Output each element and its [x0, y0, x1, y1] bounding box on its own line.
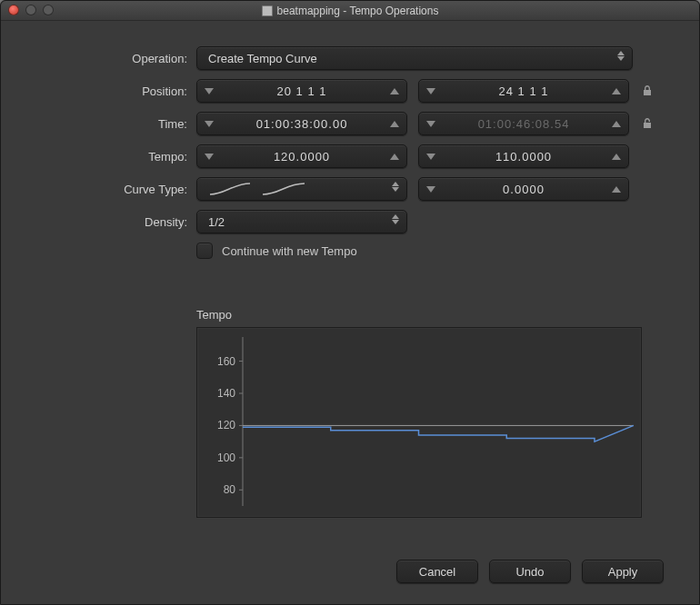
tempo-left-field[interactable]: 120.0000 [196, 144, 407, 168]
position-label: Position: [37, 84, 196, 98]
svg-text:120: 120 [217, 419, 235, 431]
curve-type-select[interactable] [196, 177, 407, 201]
tempo-right-value: 110.0000 [435, 150, 612, 164]
tempo-chart: Tempo 80100120140160 [196, 308, 642, 518]
svg-text:80: 80 [224, 483, 236, 496]
cancel-button[interactable]: Cancel [396, 560, 478, 583]
position-left-field[interactable]: 20 1 1 1 [196, 79, 407, 103]
position-lock-icon[interactable] [640, 84, 655, 98]
traffic-lights [8, 5, 54, 15]
dropdown-arrows-icon [390, 182, 401, 192]
close-window-button[interactable] [8, 5, 19, 15]
position-right-value: 24 1 1 1 [435, 84, 612, 98]
minimize-window-button[interactable] [25, 5, 36, 15]
density-label: Density: [37, 215, 196, 229]
position-left-value: 20 1 1 1 [214, 84, 390, 98]
tempo-label: Tempo: [37, 150, 196, 164]
time-left-value: 01:00:38:00.00 [214, 117, 390, 131]
window-title: beatmapping - Tempo Operations [1, 5, 699, 17]
curve-amount-field[interactable]: 0.0000 [418, 177, 629, 201]
stepper-up-icon[interactable] [390, 154, 399, 160]
time-label: Time: [37, 117, 196, 131]
window: beatmapping - Tempo Operations Operation… [0, 0, 700, 605]
position-right-field[interactable]: 24 1 1 1 [418, 79, 629, 103]
time-right-field[interactable]: 01:00:46:08.54 [418, 112, 629, 135]
svg-text:160: 160 [217, 355, 235, 368]
continue-tempo-label: Continue with new Tempo [222, 244, 357, 258]
apply-button[interactable]: Apply [582, 560, 664, 583]
time-lock-icon[interactable] [640, 116, 655, 131]
stepper-up-icon[interactable] [612, 121, 621, 127]
dropdown-arrows-icon [390, 214, 401, 224]
stepper-up-icon[interactable] [612, 88, 621, 94]
window-title-text: beatmapping - Tempo Operations [277, 5, 439, 17]
operation-select-value: Create Tempo Curve [208, 52, 317, 65]
undo-button[interactable]: Undo [489, 560, 571, 583]
stepper-down-icon[interactable] [205, 121, 214, 127]
time-left-field[interactable]: 01:00:38:00.00 [196, 112, 407, 135]
stepper-down-icon[interactable] [426, 154, 435, 160]
dialog-buttons: Cancel Undo Apply [396, 560, 664, 583]
stepper-down-icon[interactable] [426, 186, 435, 193]
operation-label: Operation: [37, 52, 196, 65]
tempo-right-field[interactable]: 110.0000 [418, 144, 629, 168]
stepper-up-icon[interactable] [390, 121, 399, 127]
svg-text:140: 140 [217, 387, 235, 400]
time-right-value: 01:00:46:08.54 [435, 117, 612, 131]
chart-plot-area: 80100120140160 [196, 327, 642, 518]
titlebar[interactable]: beatmapping - Tempo Operations [1, 1, 699, 21]
stepper-up-icon[interactable] [612, 186, 621, 193]
stepper-up-icon[interactable] [612, 154, 621, 160]
document-icon [262, 5, 273, 16]
density-select-value: 1/2 [208, 215, 225, 229]
stepper-up-icon[interactable] [390, 88, 399, 94]
svg-text:100: 100 [217, 451, 235, 464]
stepper-down-icon[interactable] [426, 121, 435, 127]
operation-select[interactable]: Create Tempo Curve [196, 46, 633, 70]
stepper-down-icon[interactable] [426, 88, 435, 94]
density-select[interactable]: 1/2 [196, 210, 407, 233]
continue-tempo-checkbox[interactable] [196, 243, 213, 259]
zoom-window-button[interactable] [43, 5, 54, 15]
dropdown-arrows-icon [615, 51, 626, 61]
curve-amount-value: 0.0000 [435, 183, 612, 196]
stepper-down-icon[interactable] [205, 154, 214, 160]
stepper-down-icon[interactable] [205, 88, 214, 94]
curve-type-label: Curve Type: [37, 183, 196, 196]
chart-title: Tempo [196, 308, 642, 322]
tempo-left-value: 120.0000 [214, 150, 390, 164]
content-area: Operation: Create Tempo Curve Position: … [1, 21, 699, 536]
